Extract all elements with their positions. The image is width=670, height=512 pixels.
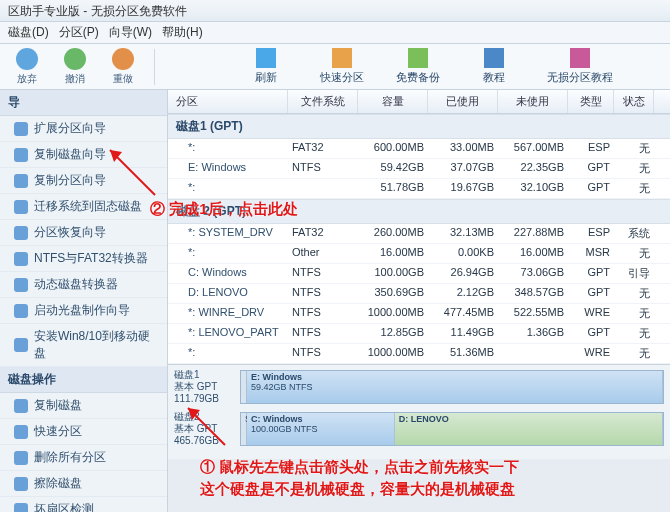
column-header: 分区文件系统容量 已使用未使用类型状态 (168, 90, 670, 114)
disk2-row-2[interactable]: C: WindowsNTFS100.00GB26.94GB73.06GBGPT引… (168, 264, 670, 284)
disk1-header[interactable]: 磁盘1 (GPT) (168, 114, 670, 139)
wizard-icon (14, 200, 28, 214)
ops-item-3[interactable]: 擦除磁盘 (0, 471, 167, 497)
disk2-row-0[interactable]: *: SYSTEM_DRVFAT32260.00MB32.13MB227.88M… (168, 224, 670, 244)
wizard-icon (14, 304, 28, 318)
wizard-icon (14, 174, 28, 188)
wizard-item-0[interactable]: 扩展分区向导 (0, 116, 167, 142)
disk1-row-2[interactable]: *:51.78GB19.67GB32.10GBGPT无 (168, 179, 670, 199)
wizard-item-4[interactable]: 分区恢复向导 (0, 220, 167, 246)
disk-map-area: 磁盘1基本 GPT111.79GB E: Windows59.42GB NTFS… (168, 364, 670, 459)
disk2-row-4[interactable]: *: WINRE_DRVNTFS1000.00MB477.45MB522.55M… (168, 304, 670, 324)
wizard-item-1[interactable]: 复制磁盘向导 (0, 142, 167, 168)
wizard-icon (14, 148, 28, 162)
wizard-icon (14, 503, 28, 513)
wizard-icon (14, 399, 28, 413)
disk2-row-5[interactable]: *: LENOVO_PARTNTFS12.85GB11.49GB1.36GBGP… (168, 324, 670, 344)
refresh-button[interactable]: 刷新 (231, 47, 301, 87)
wizard-icon (14, 451, 28, 465)
main-panel: 分区文件系统容量 已使用未使用类型状态 磁盘1 (GPT) *:FAT32600… (168, 90, 670, 512)
wizard-icon (14, 477, 28, 491)
disk2-row-1[interactable]: *:Other16.00MB0.00KB16.00MBMSR无 (168, 244, 670, 264)
disk1-row-1[interactable]: E: WindowsNTFS59.42GB37.07GB22.35GBGPT无 (168, 159, 670, 179)
menu-help[interactable]: 帮助(H) (162, 24, 203, 41)
ops-item-0[interactable]: 复制磁盘 (0, 393, 167, 419)
menubar: 磁盘(D) 分区(P) 向导(W) 帮助(H) (0, 22, 670, 44)
wizard-item-7[interactable]: 启动光盘制作向导 (0, 298, 167, 324)
wizard-icon (14, 278, 28, 292)
wizard-icon (14, 425, 28, 439)
ops-item-1[interactable]: 快速分区 (0, 419, 167, 445)
quick-partition-button[interactable]: 快速分区 (307, 47, 377, 87)
wizard-icon (14, 252, 28, 266)
sidebar-ops-title: 磁盘操作 (0, 367, 167, 393)
backup-button[interactable]: 免费备份 (383, 47, 453, 87)
tutorial-button[interactable]: 教程 (459, 47, 529, 87)
lossless-tutorial-button[interactable]: 无损分区教程 (535, 47, 625, 87)
sidebar: 导 扩展分区向导复制磁盘向导复制分区向导迁移系统到固态磁盘分区恢复向导NTFS与… (0, 90, 168, 512)
ops-item-4[interactable]: 坏扇区检测 (0, 497, 167, 512)
wizard-item-2[interactable]: 复制分区向导 (0, 168, 167, 194)
wizard-item-3[interactable]: 迁移系统到固态磁盘 (0, 194, 167, 220)
wizard-icon (14, 226, 28, 240)
disk2-row-3[interactable]: D: LENOVONTFS350.69GB2.12GB348.57GBGPT无 (168, 284, 670, 304)
wizard-icon (14, 338, 28, 352)
disk1-map[interactable]: 磁盘1基本 GPT111.79GB E: Windows59.42GB NTFS (174, 369, 664, 405)
disk2-header[interactable]: 磁盘 2 (GPT) (168, 199, 670, 224)
menu-partition[interactable]: 分区(P) (59, 24, 99, 41)
wizard-item-5[interactable]: NTFS与FAT32转换器 (0, 246, 167, 272)
ops-item-2[interactable]: 删除所有分区 (0, 445, 167, 471)
window-title: 区助手专业版 - 无损分区免费软件 (0, 0, 670, 22)
reset-button[interactable]: 重做 (102, 47, 144, 87)
wizard-icon (14, 122, 28, 136)
toolbar: 放弃 撤消 重做 刷新 快速分区 免费备份 教程 无损分区教程 (0, 44, 670, 90)
wizard-item-8[interactable]: 安装Win8/10到移动硬盘 (0, 324, 167, 367)
wizard-item-6[interactable]: 动态磁盘转换器 (0, 272, 167, 298)
menu-disk[interactable]: 磁盘(D) (8, 24, 49, 41)
disk2-row-6[interactable]: *: NTFS1000.00MB51.36MBWRE无 (168, 344, 670, 364)
undo-button[interactable]: 放弃 (6, 47, 48, 87)
menu-wizard[interactable]: 向导(W) (109, 24, 152, 41)
redo-button[interactable]: 撤消 (54, 47, 96, 87)
disk1-row-0[interactable]: *:FAT32600.00MB33.00MB567.00MBESP无 (168, 139, 670, 159)
sidebar-wizard-title: 导 (0, 90, 167, 116)
disk2-map[interactable]: 磁盘2基本 GPT465.76GB S C: Windows100.00GB N… (174, 411, 664, 447)
